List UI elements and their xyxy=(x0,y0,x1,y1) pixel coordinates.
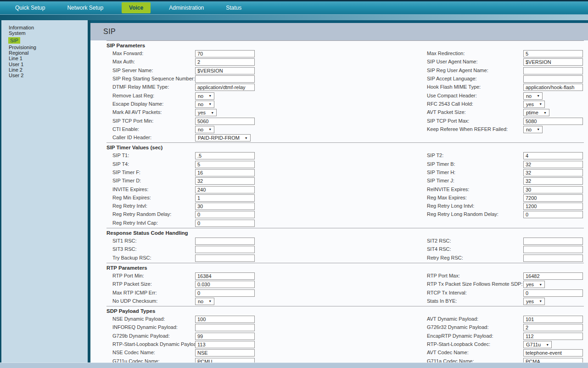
max-redirection-input[interactable] xyxy=(523,50,583,57)
reg-retry-intvl-input[interactable] xyxy=(195,203,255,210)
nse-dynamic-payload-input[interactable] xyxy=(195,316,255,323)
select-value: yes xyxy=(526,102,534,107)
sidebar-item-line-2[interactable]: Line 2 xyxy=(8,67,88,73)
field-label: No UDP Checksum: xyxy=(112,298,195,304)
nav-tab-quick-setup[interactable]: Quick Setup xyxy=(11,2,49,13)
retry-reg-rsc-input[interactable] xyxy=(523,255,583,262)
rtp-port-max-input[interactable] xyxy=(523,272,583,280)
field-label: SIP Timer D: xyxy=(112,178,195,183)
form-row: SIP TCP Port Min:SIP TCP Port Max: xyxy=(106,116,584,125)
field-cell xyxy=(523,348,584,357)
nse-codec-name-input[interactable] xyxy=(195,349,255,357)
rtp-start-loopback-dynamic-payload-input[interactable] xyxy=(195,341,255,348)
avt-codec-name-input[interactable] xyxy=(523,349,583,357)
rtcp-tx-interval-input[interactable] xyxy=(523,289,583,297)
rfc-2543-call-hold-select[interactable]: yes▼ xyxy=(523,101,545,108)
chevron-down-icon: ▼ xyxy=(208,300,212,303)
sidebar-item-line-1[interactable]: Line 1 xyxy=(8,56,88,61)
sip-timer-d-input[interactable] xyxy=(195,177,255,185)
nav-tab-voice[interactable]: Voice xyxy=(122,2,151,13)
sit2-rsc-input[interactable] xyxy=(523,238,583,245)
mark-all-avt-packets-select[interactable]: yes▼ xyxy=(195,109,217,116)
max-forward-input[interactable] xyxy=(195,50,255,57)
sip-t2-input[interactable] xyxy=(523,152,583,159)
sip-tcp-port-min-input[interactable] xyxy=(195,118,255,125)
field-cell xyxy=(523,185,584,193)
sidebar-item-information[interactable]: Information xyxy=(8,25,88,30)
sip-accept-language-input[interactable] xyxy=(523,75,583,83)
sit4-rsc-input[interactable] xyxy=(523,246,583,253)
sidebar-item-provisioning[interactable]: Provisioning xyxy=(8,45,88,50)
field-label: SIP TCP Port Max: xyxy=(427,118,523,124)
cti-enable-select[interactable]: no▼ xyxy=(195,126,214,133)
sip-timer-f-input[interactable] xyxy=(195,169,255,176)
reg-retry-intvl-cap-input[interactable] xyxy=(195,220,255,227)
field-label: SIP Reg User Agent Name: xyxy=(427,68,523,73)
sip-tcp-port-max-input[interactable] xyxy=(523,118,583,125)
reg-retry-long-intvl-input[interactable] xyxy=(523,203,583,210)
g726r32-dynamic-payload-input[interactable] xyxy=(523,324,583,331)
rtp-tx-packet-size-follows-remote-sdp-select[interactable]: yes▼ xyxy=(523,281,545,288)
reg-max-expires-input[interactable] xyxy=(523,194,583,202)
sidebar-item-regional[interactable]: Regional xyxy=(8,50,88,56)
chevron-down-icon: ▼ xyxy=(537,128,540,131)
avt-dynamic-payload-input[interactable] xyxy=(523,316,583,323)
field-label: Reg Retry Long Intvl: xyxy=(427,203,523,209)
encaprtp-dynamic-payload-input[interactable] xyxy=(523,333,583,340)
g729b-dynamic-payload-input[interactable] xyxy=(195,333,255,340)
escape-display-name-select[interactable]: no▼ xyxy=(195,101,214,108)
chevron-down-icon: ▼ xyxy=(245,136,248,140)
sidebar-item-user-2[interactable]: User 2 xyxy=(8,73,88,78)
nav-tab-network-setup[interactable]: Network Setup xyxy=(63,2,107,13)
hook-flash-mime-type-input[interactable] xyxy=(523,84,583,91)
nav-tab-administration[interactable]: Administration xyxy=(165,2,207,13)
rtp-packet-size-input[interactable] xyxy=(195,281,255,288)
field-cell xyxy=(523,57,584,66)
sip-t4-input[interactable] xyxy=(195,161,255,168)
stats-in-bye-select[interactable]: yes▼ xyxy=(523,298,545,305)
sidebar-item-system[interactable]: System xyxy=(8,30,88,36)
max-rtp-icmp-err-input[interactable] xyxy=(195,289,255,297)
reinvite-expires-input[interactable] xyxy=(523,186,583,193)
form-row: NSE Codec Name:AVT Codec Name: xyxy=(106,348,584,357)
sip-timer-j-input[interactable] xyxy=(523,177,583,185)
sit3-rsc-input[interactable] xyxy=(195,246,255,253)
field-cell xyxy=(523,74,584,83)
field-cell xyxy=(195,202,427,210)
sip-timer-b-input[interactable] xyxy=(523,161,583,168)
form-row: Max Auth:SIP User Agent Name: xyxy=(106,57,584,66)
remove-last-reg-select[interactable]: no▼ xyxy=(195,92,214,100)
sip-reg-user-agent-name-input[interactable] xyxy=(523,67,583,74)
sidebar-item-sip[interactable]: SIP xyxy=(8,37,88,44)
no-udp-checksum-select[interactable]: no▼ xyxy=(195,298,214,305)
sip-t1-input[interactable] xyxy=(195,152,255,159)
nav-tab-status[interactable]: Status xyxy=(222,2,245,13)
rtp-start-loopback-codec-select[interactable]: G711u▼ xyxy=(523,341,552,348)
invite-expires-input[interactable] xyxy=(195,186,255,193)
sip-timer-h-input[interactable] xyxy=(523,169,583,176)
use-compact-header-select[interactable]: no▼ xyxy=(523,92,543,100)
try-backup-rsc-input[interactable] xyxy=(195,255,255,262)
sidebar-item-user-1[interactable]: User 1 xyxy=(8,62,88,67)
max-auth-input[interactable] xyxy=(195,58,255,66)
form-row: SIP Server Name:SIP Reg User Agent Name: xyxy=(106,66,584,74)
sit1-rsc-input[interactable] xyxy=(195,238,255,245)
horizontal-scrollbar[interactable] xyxy=(0,362,588,368)
sidebar-item-label: System xyxy=(8,30,26,36)
avt-packet-size-select[interactable]: ptime▼ xyxy=(523,109,549,116)
sip-server-name-input[interactable] xyxy=(195,67,255,74)
sip-user-agent-name-input[interactable] xyxy=(523,58,583,66)
field-label: RTP-Start-Loopback Codec: xyxy=(427,341,523,347)
caller-id-header-select[interactable]: PAID-RPID-FROM▼ xyxy=(195,134,251,142)
reg-retry-random-delay-input[interactable] xyxy=(195,211,255,218)
reg-retry-long-random-delay-input[interactable] xyxy=(523,211,583,218)
select-value: no xyxy=(198,299,203,304)
inforeq-dynamic-payload-input[interactable] xyxy=(195,324,255,331)
dtmf-relay-mime-type-input[interactable] xyxy=(195,84,255,91)
field-cell xyxy=(195,117,427,125)
keep-referee-when-refer-failed-select[interactable]: no▼ xyxy=(523,126,543,133)
field-label: SIP Timer H: xyxy=(427,170,523,175)
rtp-port-min-input[interactable] xyxy=(195,272,255,280)
sip-reg-starting-sequence-number-input[interactable] xyxy=(195,75,255,83)
reg-min-expires-input[interactable] xyxy=(195,194,255,202)
